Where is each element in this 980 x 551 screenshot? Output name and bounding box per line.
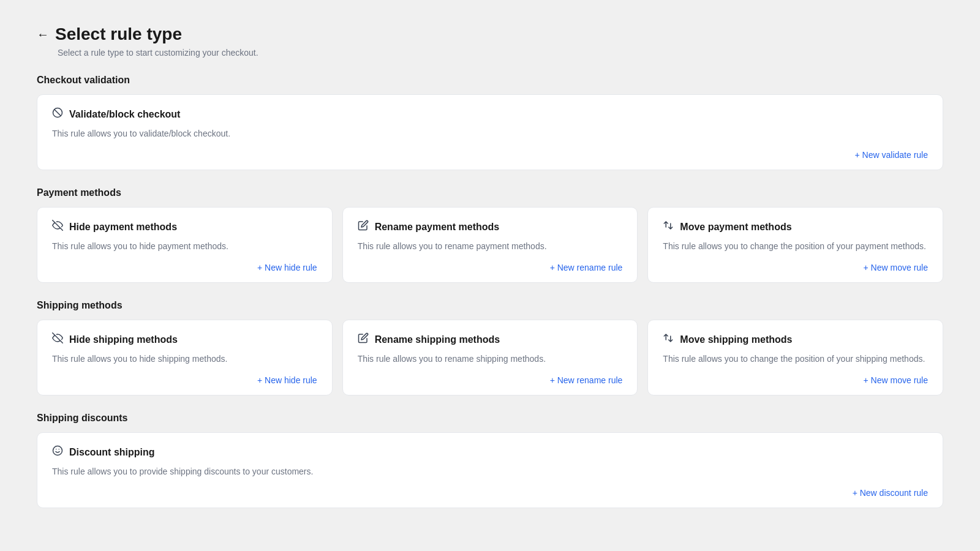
hide-icon (52, 332, 63, 347)
section-checkout-validation: Checkout validationValidate/block checko… (37, 75, 943, 170)
card-hide-payment: Hide payment methodsThis rule allows you… (37, 207, 333, 283)
card-desc-move-payment: This rule allows you to change the posit… (663, 240, 928, 253)
card-header-hide-payment: Hide payment methods (52, 220, 317, 234)
card-title-rename-payment: Rename payment methods (375, 222, 500, 233)
card-title-validate-block: Validate/block checkout (69, 109, 180, 120)
section-shipping-discounts: Shipping discountsDiscount shippingThis … (37, 413, 943, 508)
card-header-move-payment: Move payment methods (663, 220, 928, 234)
section-shipping-methods: Shipping methodsHide shipping methodsThi… (37, 300, 943, 395)
card-title-hide-shipping: Hide shipping methods (69, 334, 178, 345)
section-payment-methods: Payment methodsHide payment methodsThis … (37, 187, 943, 283)
rename-icon (358, 332, 369, 347)
page-header: ← Select rule type Select a rule type to… (37, 24, 943, 58)
card-header-rename-payment: Rename payment methods (358, 220, 623, 234)
card-discount-shipping: Discount shippingThis rule allows you to… (37, 432, 943, 508)
page-title: Select rule type (55, 24, 182, 44)
card-rename-shipping: Rename shipping methodsThis rule allows … (342, 320, 638, 395)
section-title-checkout-validation: Checkout validation (37, 75, 943, 86)
card-desc-move-shipping: This rule allows you to change the posit… (663, 353, 928, 365)
card-action-discount-shipping: + New discount rule (52, 488, 928, 498)
block-icon (52, 107, 63, 121)
card-desc-hide-payment: This rule allows you to hide payment met… (52, 240, 317, 253)
card-action-validate-block: + New validate rule (52, 150, 928, 160)
card-header-rename-shipping: Rename shipping methods (358, 332, 623, 347)
card-title-move-payment: Move payment methods (680, 222, 791, 233)
card-desc-validate-block: This rule allows you to validate/block c… (52, 127, 928, 140)
card-action-hide-payment: + New hide rule (52, 263, 317, 272)
move-icon (663, 332, 674, 347)
card-action-move-payment: + New move rule (663, 263, 928, 272)
card-action-rename-payment: + New rename rule (358, 263, 623, 272)
card-header-discount-shipping: Discount shipping (52, 445, 928, 459)
action-link-discount-shipping[interactable]: + New discount rule (853, 488, 928, 498)
section-title-shipping-discounts: Shipping discounts (37, 413, 943, 424)
action-link-hide-payment[interactable]: + New hide rule (257, 263, 317, 272)
action-link-validate-block[interactable]: + New validate rule (855, 150, 928, 160)
card-hide-shipping: Hide shipping methodsThis rule allows yo… (37, 320, 333, 395)
discount-icon (52, 445, 63, 459)
card-action-hide-shipping: + New hide rule (52, 375, 317, 385)
sections-container: Checkout validationValidate/block checko… (37, 75, 943, 508)
card-action-move-shipping: + New move rule (663, 375, 928, 385)
card-desc-rename-shipping: This rule allows you to rename shipping … (358, 353, 623, 365)
card-desc-hide-shipping: This rule allows you to hide shipping me… (52, 353, 317, 365)
move-icon (663, 220, 674, 234)
action-link-rename-payment[interactable]: + New rename rule (550, 263, 623, 272)
action-link-rename-shipping[interactable]: + New rename rule (550, 375, 623, 385)
section-title-shipping-methods: Shipping methods (37, 300, 943, 311)
card-header-validate-block: Validate/block checkout (52, 107, 928, 121)
section-title-payment-methods: Payment methods (37, 187, 943, 198)
card-grid-payment-methods: Hide payment methodsThis rule allows you… (37, 207, 943, 283)
back-button[interactable]: ← (37, 28, 49, 42)
card-title-hide-payment: Hide payment methods (69, 222, 177, 233)
card-header-hide-shipping: Hide shipping methods (52, 332, 317, 347)
rename-icon (358, 220, 369, 234)
card-desc-discount-shipping: This rule allows you to provide shipping… (52, 465, 928, 478)
card-title-move-shipping: Move shipping methods (680, 334, 792, 345)
page-subtitle: Select a rule type to start customizing … (58, 48, 943, 58)
card-move-payment: Move payment methodsThis rule allows you… (647, 207, 943, 283)
card-validate-block: Validate/block checkoutThis rule allows … (37, 94, 943, 170)
action-link-move-shipping[interactable]: + New move rule (864, 375, 928, 385)
card-rename-payment: Rename payment methodsThis rule allows y… (342, 207, 638, 283)
action-link-move-payment[interactable]: + New move rule (864, 263, 928, 272)
card-desc-rename-payment: This rule allows you to rename payment m… (358, 240, 623, 253)
card-action-rename-shipping: + New rename rule (358, 375, 623, 385)
hide-icon (52, 220, 63, 234)
card-title-discount-shipping: Discount shipping (69, 447, 155, 458)
card-move-shipping: Move shipping methodsThis rule allows yo… (647, 320, 943, 395)
svg-point-4 (53, 446, 62, 455)
svg-line-1 (55, 110, 61, 116)
card-header-move-shipping: Move shipping methods (663, 332, 928, 347)
card-title-rename-shipping: Rename shipping methods (375, 334, 500, 345)
action-link-hide-shipping[interactable]: + New hide rule (257, 375, 317, 385)
card-grid-shipping-methods: Hide shipping methodsThis rule allows yo… (37, 320, 943, 395)
